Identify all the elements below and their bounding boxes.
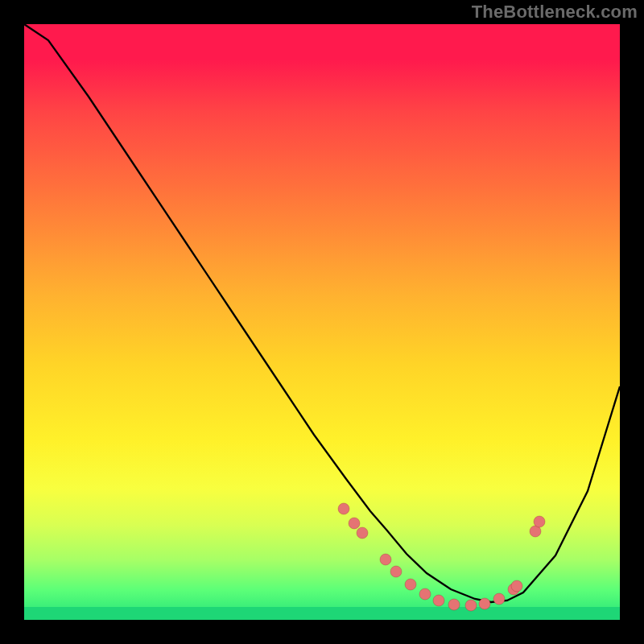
plot-area bbox=[24, 24, 620, 620]
data-point bbox=[380, 554, 391, 565]
data-point bbox=[405, 579, 416, 590]
points-group bbox=[338, 503, 545, 611]
data-point bbox=[479, 598, 490, 609]
data-point bbox=[338, 503, 349, 514]
chart-svg bbox=[24, 24, 620, 620]
data-point bbox=[465, 600, 477, 611]
data-point bbox=[448, 599, 460, 610]
data-point bbox=[357, 527, 368, 539]
bottleneck-curve bbox=[24, 24, 620, 602]
watermark-text: TheBottleneck.com bbox=[472, 2, 638, 23]
data-point bbox=[433, 595, 444, 606]
data-point bbox=[511, 580, 522, 592]
data-point bbox=[419, 588, 431, 600]
chart-frame: TheBottleneck.com bbox=[0, 0, 644, 644]
data-point bbox=[493, 593, 505, 605]
data-point bbox=[390, 566, 402, 577]
data-point bbox=[349, 518, 360, 529]
data-point bbox=[534, 516, 545, 527]
